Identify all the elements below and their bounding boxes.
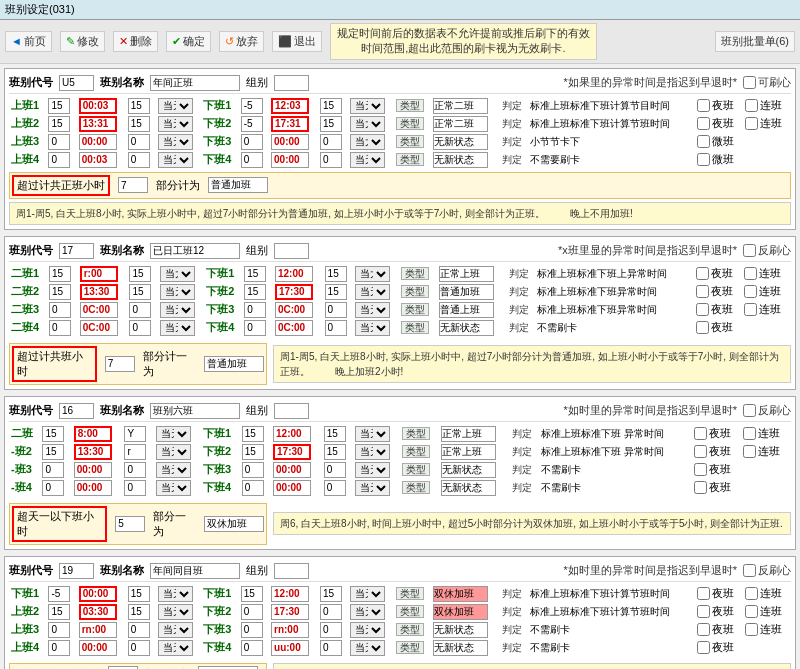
in-time-input[interactable] [79, 604, 117, 620]
night-cb[interactable]: 微班 [697, 134, 741, 149]
out-day-select[interactable]: 当天 [350, 640, 385, 656]
calc-input-3[interactable] [204, 516, 264, 532]
night-cb[interactable]: 夜班 [697, 116, 741, 131]
code-input-3[interactable] [59, 403, 94, 419]
out-day-input[interactable] [325, 302, 347, 318]
out-day-select[interactable]: 当天 [350, 98, 385, 114]
link-cb[interactable]: 连班 [745, 622, 789, 637]
out-num-input[interactable] [241, 134, 263, 150]
type-input[interactable] [441, 426, 496, 442]
in-time-input[interactable] [80, 302, 118, 318]
type-input[interactable] [433, 134, 488, 150]
in-day-input[interactable] [128, 640, 150, 656]
out-day-input[interactable] [324, 426, 346, 442]
out-num-input[interactable] [242, 480, 264, 496]
out-day-input[interactable] [320, 152, 342, 168]
in-num-input[interactable] [48, 134, 70, 150]
in-day-select[interactable]: 当大 [160, 266, 195, 282]
night-cb[interactable]: 夜班 [697, 604, 741, 619]
in-day-select[interactable]: 当天 [160, 302, 195, 318]
in-day-input[interactable] [129, 284, 151, 300]
out-time-input[interactable] [275, 320, 313, 336]
in-day-select[interactable]: 当天 [158, 604, 193, 620]
night-cb[interactable]: 夜班 [696, 302, 740, 317]
link-cb[interactable]: 连班 [745, 98, 789, 113]
in-day-select[interactable]: 当天 [158, 640, 193, 656]
type-input[interactable] [433, 152, 488, 168]
out-num-input[interactable] [244, 302, 266, 318]
night-cb[interactable]: 夜班 [696, 320, 740, 335]
in-day-input[interactable] [129, 320, 151, 336]
out-time-input[interactable] [271, 604, 309, 620]
in-num-input[interactable] [48, 116, 70, 132]
out-day-select[interactable]: 当天 [355, 462, 390, 478]
in-time-input[interactable] [79, 134, 117, 150]
in-time-input[interactable] [79, 586, 117, 602]
out-day-select[interactable]: 当天 [350, 152, 385, 168]
code-input-2[interactable] [59, 243, 94, 259]
batch-edit-button[interactable]: 班别批量单(6) [715, 31, 795, 52]
group-input-1[interactable] [274, 75, 309, 91]
type-input[interactable] [433, 622, 488, 638]
out-num-input[interactable] [244, 284, 266, 300]
out-time-input[interactable] [273, 480, 311, 496]
in-time-input[interactable] [80, 266, 118, 282]
out-day-input[interactable] [320, 586, 342, 602]
out-day-input[interactable] [325, 266, 347, 282]
name-input-1[interactable] [150, 75, 240, 91]
calc-input-2[interactable] [204, 356, 264, 372]
night-cb[interactable]: 夜班 [694, 444, 739, 459]
in-time-input[interactable] [79, 640, 117, 656]
confirm-button[interactable]: ✔ 确定 [166, 31, 211, 52]
in-day-input[interactable] [128, 586, 150, 602]
out-day-select[interactable]: 当天 [355, 302, 390, 318]
in-day-select[interactable]: 当天 [158, 98, 193, 114]
out-day-select[interactable]: 当天 [355, 284, 390, 300]
out-day-input[interactable] [320, 604, 342, 620]
overtime-input-3[interactable] [115, 516, 145, 532]
type-input[interactable] [441, 480, 496, 496]
link-cb[interactable]: 连班 [745, 116, 789, 131]
in-day-input[interactable] [128, 622, 150, 638]
in-day-select[interactable]: 当天 [158, 134, 193, 150]
in-num-input[interactable] [42, 426, 64, 442]
in-num-input[interactable] [49, 302, 71, 318]
in-day-select[interactable]: 当天 [160, 320, 195, 336]
group-input-2[interactable] [274, 243, 309, 259]
exit-button[interactable]: ⬛ 退出 [272, 31, 322, 52]
in-day-input[interactable] [128, 98, 150, 114]
night-cb[interactable]: 夜班 [697, 98, 741, 113]
checkbox-4[interactable]: 反刷心 [743, 563, 791, 578]
out-time-input[interactable] [271, 152, 309, 168]
in-day-select[interactable]: 当天 [160, 284, 195, 300]
out-day-select[interactable]: 当天 [350, 622, 385, 638]
out-time-input[interactable] [275, 284, 313, 300]
in-num-input[interactable] [48, 98, 70, 114]
type-input[interactable] [439, 302, 494, 318]
link-cb[interactable]: 连班 [745, 586, 789, 601]
in-time-input[interactable] [79, 116, 117, 132]
out-day-select[interactable]: 当天 [355, 480, 390, 496]
out-num-input[interactable] [241, 98, 263, 114]
out-time-input[interactable] [275, 302, 313, 318]
in-num-input[interactable] [48, 586, 70, 602]
out-num-input[interactable] [241, 152, 263, 168]
type-input[interactable] [433, 604, 488, 620]
type-input[interactable] [441, 444, 496, 460]
in-num-input[interactable] [42, 462, 64, 478]
link-cb[interactable]: 连班 [745, 604, 789, 619]
in-num-input[interactable] [49, 266, 71, 282]
out-num-input[interactable] [241, 116, 263, 132]
out-time-input[interactable] [271, 586, 309, 602]
out-time-input[interactable] [273, 444, 311, 460]
out-day-input[interactable] [320, 98, 342, 114]
in-day-input[interactable] [124, 444, 146, 460]
out-num-input[interactable] [242, 426, 264, 442]
in-num-input[interactable] [49, 320, 71, 336]
in-time-input[interactable] [79, 152, 117, 168]
out-day-input[interactable] [324, 444, 346, 460]
out-day-select[interactable]: 当天 [355, 320, 390, 336]
out-day-input[interactable] [324, 480, 346, 496]
in-time-input[interactable] [74, 426, 112, 442]
out-num-input[interactable] [244, 266, 266, 282]
